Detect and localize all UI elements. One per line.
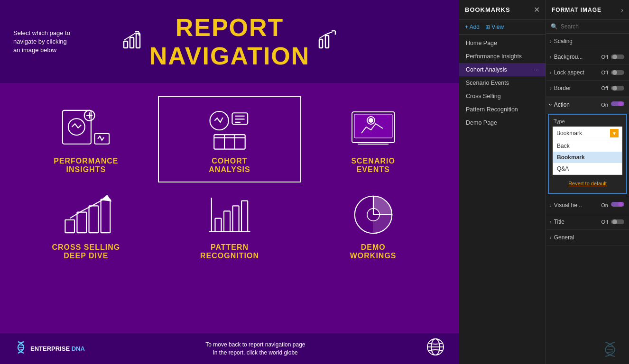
- scaling-section[interactable]: › Scaling: [546, 34, 629, 49]
- bookmark-item-scenario[interactable]: Scenario Events: [459, 76, 546, 90]
- lock-aspect-chevron: ›: [550, 70, 552, 75]
- bookmarks-close-button[interactable]: ✕: [534, 5, 540, 14]
- demo-workings-icon: [345, 191, 402, 238]
- chart-icon-right: [317, 30, 337, 54]
- svg-rect-28: [77, 212, 87, 233]
- nav-item-pattern-recognition[interactable]: PATTERNRECOGNITION: [158, 182, 302, 269]
- svg-rect-30: [101, 199, 111, 233]
- lock-aspect-section-right: Off: [601, 69, 624, 76]
- title-toggle[interactable]: [611, 218, 624, 225]
- title-chevron: ›: [550, 219, 552, 225]
- header-title-block: REPORT NAVIGATION: [122, 13, 338, 70]
- title-line1: REPORT: [149, 13, 310, 42]
- title-row-right: Off: [601, 218, 624, 225]
- action-dropdown-wrapper: Bookmark ▼ Back Bookmark Q&A: [553, 127, 622, 175]
- svg-point-49: [612, 55, 617, 59]
- title-label: Title: [554, 218, 564, 225]
- dropdown-arrow-icon: ▼: [610, 129, 619, 137]
- lock-aspect-toggle[interactable]: [611, 69, 624, 76]
- action-value: On: [601, 102, 608, 108]
- cross-selling-label: CROSS SELLINGDEEP DIVE: [52, 243, 120, 260]
- cross-selling-icon: [57, 191, 114, 238]
- footer-logo: ENTERPRISE DNA: [14, 340, 85, 358]
- bookmark-item-cross-selling[interactable]: Cross Selling: [459, 90, 546, 103]
- format-panel-arrow[interactable]: ›: [621, 6, 623, 14]
- action-toggle[interactable]: [611, 100, 624, 109]
- general-row[interactable]: › General: [546, 230, 629, 246]
- search-icon: 🔍: [551, 23, 558, 30]
- lock-aspect-value: Off: [601, 70, 608, 75]
- visual-header-row[interactable]: › Visual he... On: [546, 197, 629, 214]
- action-dropdown-display[interactable]: Bookmark ▼: [553, 127, 622, 140]
- border-toggle[interactable]: [611, 85, 624, 91]
- svg-rect-36: [233, 206, 239, 232]
- view-bookmark-button[interactable]: ⊞ View: [485, 24, 504, 30]
- lock-aspect-label: Lock aspect: [554, 69, 584, 76]
- lock-aspect-section[interactable]: › Lock aspect Off: [546, 65, 629, 81]
- action-options-list: Back Bookmark Q&A: [553, 140, 622, 175]
- bookmarks-panel: BOOKMARKS ✕ + Add ⊞ View Home Page Perfo…: [459, 0, 546, 364]
- border-section-left: › Border: [550, 85, 571, 91]
- title-row[interactable]: › Title Off: [546, 214, 629, 230]
- border-value: Off: [601, 85, 608, 91]
- title-line2: NAVIGATION: [149, 42, 310, 70]
- background-section[interactable]: › Backgrou... Off: [546, 49, 629, 65]
- action-section-right: On: [601, 100, 624, 109]
- bookmark-item-cohort[interactable]: Cohort Analysis ···: [459, 63, 546, 76]
- bookmark-item-home[interactable]: Home Page: [459, 36, 546, 50]
- revert-to-default-link[interactable]: Revert to default: [553, 178, 622, 189]
- action-type-label: Type: [553, 118, 622, 124]
- svg-marker-31: [102, 196, 111, 201]
- nav-grid: PERFORMANCEINSIGHTS: [0, 87, 459, 278]
- visual-header-right: On: [601, 201, 624, 209]
- svg-point-59: [612, 219, 617, 224]
- border-label: Border: [554, 85, 571, 91]
- svg-rect-35: [224, 211, 230, 232]
- bookmark-item-pattern[interactable]: Pattern Recognition: [459, 103, 546, 116]
- title-value: Off: [601, 219, 608, 225]
- add-bookmark-button[interactable]: + Add: [465, 24, 480, 30]
- visual-header-value: On: [601, 202, 608, 208]
- nav-item-cross-selling[interactable]: CROSS SELLINGDEEP DIVE: [14, 182, 158, 269]
- svg-rect-18: [214, 135, 245, 149]
- globe-icon[interactable]: [426, 337, 445, 360]
- background-toggle[interactable]: [611, 54, 624, 60]
- nav-item-cohort-analysis[interactable]: COHORTANALYSIS: [158, 96, 302, 182]
- scenario-events-label: SCENARIOEVENTS: [351, 157, 395, 174]
- background-section-left: › Backgrou...: [550, 54, 583, 60]
- footer-area: ENTERPRISE DNA To move back to report na…: [0, 333, 459, 364]
- nav-item-demo-workings[interactable]: DEMOWORKINGS: [301, 182, 445, 269]
- background-chevron: ›: [550, 54, 552, 60]
- visual-header-label: Visual he...: [554, 202, 582, 209]
- svg-point-24: [369, 118, 373, 122]
- action-section-left: › Action: [550, 101, 570, 108]
- lock-aspect-section-left: › Lock aspect: [550, 69, 584, 76]
- action-section[interactable]: › Action On: [546, 96, 629, 114]
- dna-helix-icon: [14, 340, 28, 358]
- action-option-bookmark[interactable]: Bookmark: [553, 152, 622, 163]
- svg-rect-1: [130, 37, 134, 48]
- general-row-left: › General: [550, 234, 574, 241]
- scaling-section-left: › Scaling: [550, 38, 573, 45]
- nav-item-scenario-events[interactable]: SCENARIOEVENTS: [301, 96, 445, 182]
- enterprise-dna-text: ENTERPRISE DNA: [30, 345, 85, 352]
- svg-point-51: [612, 70, 617, 75]
- bookmark-item-demo[interactable]: Demo Page: [459, 116, 546, 129]
- nav-item-performance-insights[interactable]: PERFORMANCEINSIGHTS: [14, 96, 158, 182]
- bookmark-options-dots[interactable]: ···: [534, 66, 539, 73]
- format-search-bar: 🔍: [546, 20, 629, 34]
- pattern-recognition-icon: [201, 191, 258, 238]
- svg-line-62: [607, 352, 613, 353]
- bookmarks-list: Home Page Performance Insights Cohort An…: [459, 35, 546, 364]
- border-section-right: Off: [601, 85, 624, 91]
- format-search-input[interactable]: [561, 23, 629, 30]
- action-option-qa[interactable]: Q&A: [553, 163, 622, 174]
- visual-header-toggle[interactable]: [611, 201, 624, 209]
- performance-insights-icon: [57, 105, 114, 152]
- action-label: Action: [554, 101, 570, 108]
- bookmark-item-performance[interactable]: Performance Insights: [459, 50, 546, 63]
- format-image-header: FORMAT IMAGE ›: [546, 0, 629, 20]
- border-section[interactable]: › Border Off: [546, 81, 629, 96]
- svg-rect-2: [136, 34, 140, 48]
- action-option-back[interactable]: Back: [553, 140, 622, 152]
